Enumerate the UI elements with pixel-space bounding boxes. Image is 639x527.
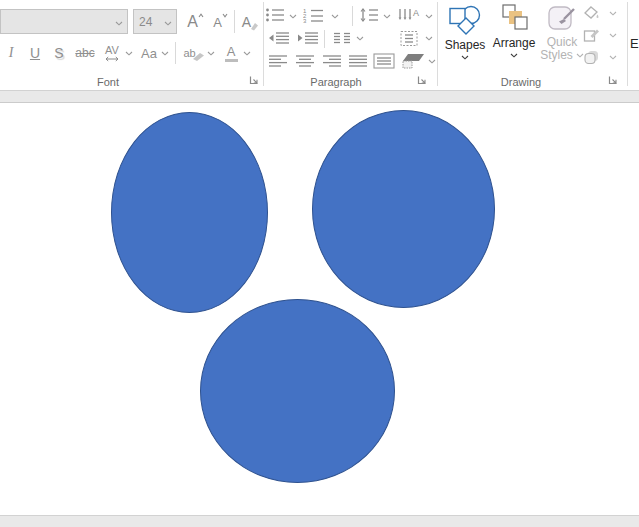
bullets-dropdown[interactable] [288, 11, 298, 21]
chevron-down-icon [243, 51, 251, 56]
arrow-up-icon [198, 13, 204, 18]
paragraph-dialog-launcher[interactable] [416, 74, 428, 86]
line-spacing-button[interactable] [358, 6, 380, 24]
chevron-down-icon [425, 14, 433, 19]
ribbon-bottom-strip [0, 90, 639, 103]
chevron-down-icon [125, 51, 133, 56]
change-case-dropdown[interactable] [160, 48, 170, 58]
shape-outline-button[interactable] [579, 26, 621, 44]
font-size-combo[interactable]: 24 [133, 9, 177, 34]
bullet-list-icon [265, 7, 285, 23]
color-bar-icon [225, 59, 238, 62]
font-group-label: Font [58, 76, 158, 88]
shapes-button[interactable]: Shapes [441, 4, 489, 70]
oval-bottom[interactable] [200, 299, 395, 483]
smartart-icon [399, 52, 425, 69]
chevron-down-icon [428, 59, 436, 64]
columns-icon [332, 31, 352, 45]
align-text-dropdown[interactable] [424, 33, 434, 43]
italic-button[interactable]: I [3, 42, 19, 64]
pencil-outline-icon [583, 28, 600, 43]
highlighter-pen-icon [192, 52, 205, 61]
chevron-down-icon [609, 55, 617, 60]
chevron-down-icon [331, 14, 339, 19]
text-direction-dropdown[interactable] [424, 11, 434, 21]
font-dialog-launcher[interactable] [248, 74, 260, 86]
chevron-down-icon [609, 33, 617, 38]
justify-button[interactable] [346, 53, 370, 69]
dialog-launcher-icon [249, 75, 259, 85]
text-highlight-button[interactable]: ab [181, 42, 207, 64]
character-spacing-button[interactable]: AV [99, 42, 125, 64]
character-spacing-dropdown[interactable] [124, 48, 134, 58]
bullets-button[interactable] [264, 6, 286, 24]
svg-text:3: 3 [303, 18, 307, 23]
arrange-button[interactable]: Arrange [491, 4, 537, 70]
line-spacing-dropdown[interactable] [382, 11, 392, 21]
ribbon: 24 A A A I U [0, 0, 639, 90]
justify-icon [348, 54, 368, 68]
arrange-icon [497, 4, 531, 35]
shapes-label: Shapes [445, 39, 486, 52]
drawing-dialog-launcher[interactable] [607, 74, 619, 86]
numbered-list-icon: 1 2 3 [303, 7, 325, 23]
align-center-button[interactable] [293, 53, 317, 69]
oval-top-left[interactable] [111, 112, 268, 313]
align-text-button[interactable] [397, 29, 421, 47]
separator [175, 42, 176, 64]
chevron-down-icon [425, 36, 433, 41]
grow-font-button[interactable]: A [183, 10, 208, 34]
arrow-down-icon [222, 13, 228, 18]
group-separator [627, 2, 628, 86]
status-bar [0, 515, 639, 527]
align-left-button[interactable] [266, 53, 290, 69]
columns-dropdown[interactable] [355, 33, 365, 43]
dialog-launcher-icon [608, 75, 618, 85]
shape-fill-button[interactable] [579, 4, 621, 22]
chevron-down-icon [289, 14, 297, 19]
line-spacing-icon [359, 7, 379, 23]
convert-to-smartart-button[interactable] [398, 52, 426, 69]
chevron-down-icon [164, 15, 172, 29]
paragraph-group-label: Paragraph [286, 76, 386, 88]
chevron-down-icon [383, 14, 391, 19]
chevron-down-icon [356, 36, 364, 41]
font-name-combo[interactable] [0, 9, 128, 34]
align-right-button[interactable] [320, 53, 344, 69]
eraser-icon [248, 22, 259, 31]
group-separator [437, 2, 438, 86]
shapes-icon [447, 4, 483, 37]
font-color-button[interactable]: A [221, 42, 241, 64]
text-highlight-dropdown[interactable] [206, 48, 216, 58]
add-remove-columns-button[interactable] [371, 52, 397, 69]
font-color-dropdown[interactable] [242, 48, 252, 58]
shape-effects-icon [583, 50, 600, 65]
distribute-text-icon [373, 53, 395, 69]
columns-button[interactable] [330, 30, 354, 46]
quick-styles-label-line2: Styles [540, 49, 573, 62]
font-size-value: 24 [134, 15, 164, 29]
strikethrough-button[interactable]: abc [71, 42, 99, 64]
numbering-button[interactable]: 1 2 3 [302, 6, 326, 24]
change-case-button[interactable]: Aa [137, 42, 161, 64]
convert-to-smartart-dropdown[interactable] [427, 56, 437, 66]
separator [352, 6, 353, 26]
align-left-icon [268, 54, 288, 68]
chevron-down-icon [207, 51, 215, 56]
decrease-indent-button[interactable] [266, 30, 292, 46]
text-shadow-button[interactable]: S [50, 42, 68, 64]
slide-canvas[interactable] [0, 103, 639, 515]
quick-styles-icon [546, 4, 578, 34]
shape-effects-button[interactable] [579, 48, 621, 66]
shrink-font-button[interactable]: A [209, 10, 232, 34]
numbering-dropdown[interactable] [330, 11, 340, 21]
clear-formatting-button[interactable]: A [239, 10, 265, 34]
underline-button[interactable]: U [26, 42, 44, 64]
text-direction-icon: A [397, 7, 421, 23]
text-direction-button[interactable]: A [396, 6, 422, 24]
chevron-down-icon [510, 53, 518, 58]
chevron-down-icon [609, 11, 617, 16]
paint-bucket-icon [583, 6, 600, 21]
oval-top-right[interactable] [312, 110, 495, 308]
increase-indent-button[interactable] [295, 30, 321, 46]
